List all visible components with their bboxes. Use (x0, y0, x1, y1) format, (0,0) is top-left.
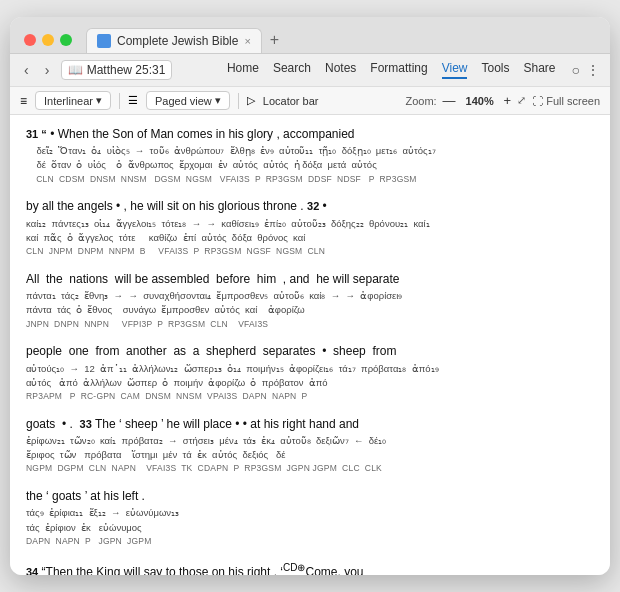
verse-31-text: • When the Son of Man comes in his glory… (50, 127, 354, 141)
separator-2 (238, 93, 239, 109)
verse-32b-pos: RP3APM P RC-GPN CAM DNSM NNSM VPAI3S DAP… (26, 390, 594, 403)
main-window: Complete Jewish Bible × + ‹ › 📖 Matthew … (10, 17, 610, 575)
verse-32-pos: JNPN DNPN NNPN VFPI3P P RP3GSM CLN VFAI3… (26, 318, 594, 331)
menu-search[interactable]: Search (273, 61, 311, 79)
content-area[interactable]: 31 “ • When the Son of Man comes in his … (10, 115, 610, 575)
back-button[interactable]: ‹ (20, 60, 33, 80)
book-reference: Matthew 25:31 (87, 63, 166, 77)
verse-31b-greek2: καί πᾶς ὁ ἄγγελος τότε καθίζω ἐπί αὐτός … (26, 231, 594, 245)
verse-32b-block: people one from another as a shepherd se… (26, 342, 594, 406)
zoom-in-button[interactable]: + (504, 93, 512, 108)
menu-share[interactable]: Share (524, 61, 556, 79)
maximize-button[interactable] (60, 34, 72, 46)
nav-bar: ‹ › 📖 Matthew 25:31 Home Search Notes Fo… (10, 54, 610, 87)
verse-32-greek: πάντα₁ τάς₂ ἔθνη₃ → → συναχθήσονται₄ ἔμπ… (26, 289, 594, 303)
locator-icon: ▷ (247, 94, 255, 107)
toolbar-right: Zoom: — 140% + ⤢ ⛶ Full screen (405, 93, 600, 108)
verse-32-block: All the nations will be assembled before… (26, 270, 594, 334)
verse-33-pos: NGPM DGPM CLN NAPN VFAI3S TK CDAPN P RP3… (26, 462, 594, 475)
verse-33-greek2: ἔριφος τῶν πρόβατα ἵστημι μέν τά ἐκ αὐτό… (26, 448, 594, 462)
titlebar: Complete Jewish Bible × + (10, 17, 610, 54)
verse-31b-greek: καί₁₂ πάντες₁₃ οἱ₁₄ ἄγγελοι₁₅ τότε₁₈ → →… (26, 217, 594, 231)
interlinear-label: Interlinear (44, 95, 93, 107)
menu-formatting[interactable]: Formatting (370, 61, 427, 79)
locator-label: Locator bar (263, 95, 319, 107)
main-menu: Home Search Notes Formatting View Tools … (227, 61, 556, 79)
verse-33-greek: ἐρίφων₂₁ τῶν₂₀ καί₁ πρόβατα₂ → στήσει₃ μ… (26, 434, 594, 448)
zoom-out-button[interactable]: — (443, 93, 456, 108)
fullscreen-button[interactable]: ⛶ Full screen (532, 95, 600, 107)
verse-31b-pos: CLN JNPM DNPM NNPM B VFAI3S P RP3GSM NGS… (26, 245, 594, 258)
verse-num-31: 31 “ (26, 128, 47, 140)
tab-title: Complete Jewish Bible (117, 34, 238, 48)
verse-31-pos: CLN CDSM DNSM NNSM DGSM NGSM VFAI3S P RP… (26, 173, 594, 186)
verse-31b-english: by all the angels • , he will sit on his… (26, 197, 594, 216)
verse-33b-english: the ‘ goats ’ at his left . (26, 487, 594, 506)
new-tab-button[interactable]: + (262, 27, 287, 53)
more-options-button[interactable]: ⋮ (586, 62, 600, 78)
paged-view-label: Paged view (155, 95, 212, 107)
fullscreen-label: Full screen (546, 95, 600, 107)
interlinear-icon: ≡ (20, 94, 27, 108)
traffic-lights (24, 34, 72, 46)
verse-33b-greek2: τάς ἐρίφιον ἐκ εὐώνυμος (26, 521, 594, 535)
verse-32b-english: people one from another as a shepherd se… (26, 342, 594, 361)
tab-close-button[interactable]: × (244, 35, 250, 47)
verse-33-block: goats • . 33 The ‘ sheep ’ he will place… (26, 415, 594, 479)
verse-34-english: 34 “Then the King will say to those on h… (26, 560, 594, 575)
toolbar: ≡ Interlinear ▾ ☰ Paged view ▾ ▷ Locator… (10, 87, 610, 115)
verse-33b-block: the ‘ goats ’ at his left . τάς₉ ἐρίφια₁… (26, 487, 594, 551)
book-selector[interactable]: 📖 Matthew 25:31 (61, 60, 172, 80)
book-selector-icon: 📖 (68, 63, 83, 77)
verse-33b-pos: DAPN NAPN P JGPN JGPM (26, 535, 594, 548)
verse-33b-greek: τάς₉ ἐρίφια₁₁ ἔξ₁₂ → εὐωνύμων₁₃ (26, 506, 594, 520)
menu-tools[interactable]: Tools (481, 61, 509, 79)
tabs-bar: Complete Jewish Bible × + (86, 27, 596, 53)
verse-31-block: 31 “ • When the Son of Man comes in his … (26, 125, 594, 189)
verse-32b-greek2: αὐτός ἀπό ἀλλήλων ὥσπερ ὁ ποιμήν ἀφορίζω… (26, 376, 594, 390)
zoom-expand-icon: ⤢ (517, 94, 526, 107)
minimize-button[interactable] (42, 34, 54, 46)
active-tab[interactable]: Complete Jewish Bible × (86, 28, 262, 53)
separator-1 (119, 93, 120, 109)
verse-34-block: 34 “Then the King will say to those on h… (26, 560, 594, 575)
verse-31-english: 31 “ • When the Son of Man comes in his … (26, 125, 594, 144)
verse-33-english: goats • . 33 The ‘ sheep ’ he will place… (26, 415, 594, 434)
verse-31-greek2: δέ ὅταν ὁ υἱός ὁ ἄνθρωπος ἔρχομαι ἐν αὐτ… (26, 158, 594, 172)
paged-arrow: ▾ (215, 94, 221, 107)
zoom-label: Zoom: (405, 95, 436, 107)
verse-31b-block: by all the angels • , he will sit on his… (26, 197, 594, 261)
nav-icons: ○ ⋮ (572, 62, 600, 78)
menu-view[interactable]: View (442, 61, 468, 79)
close-button[interactable] (24, 34, 36, 46)
interlinear-arrow: ▾ (96, 94, 102, 107)
verse-32-greek2: πάντα τάς ὁ ἔθνος συνάγω ἔμπροσθεν αὐτός… (26, 303, 594, 317)
verse-32b-greek: αὐτούς₁₀ → 12 ἀπ᾽₁₁ ἀλλήλων₁₂ ὥσπερ₁₃ ὁ₁… (26, 362, 594, 376)
search-icon-button[interactable]: ○ (572, 62, 580, 78)
paged-view-button[interactable]: Paged view ▾ (146, 91, 230, 110)
verse-32-english: All the nations will be assembled before… (26, 270, 594, 289)
menu-home[interactable]: Home (227, 61, 259, 79)
forward-button[interactable]: › (41, 60, 54, 80)
zoom-value: 140% (462, 95, 498, 107)
menu-notes[interactable]: Notes (325, 61, 356, 79)
verse-31-greek: δεῖ₂ Ὅταν₁ ὁ₄ υἱὸς₅ → τοῦ₆ ἀνθρώπου₇ ἔλθ… (26, 144, 594, 158)
fullscreen-icon: ⛶ (532, 95, 543, 107)
tab-icon (97, 34, 111, 48)
interlinear-button[interactable]: Interlinear ▾ (35, 91, 111, 110)
paged-icon: ☰ (128, 94, 138, 107)
